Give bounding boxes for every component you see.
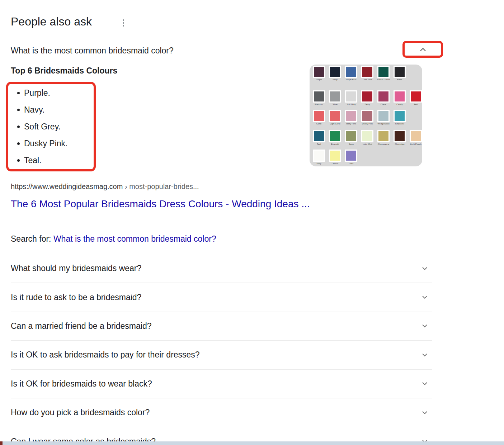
color-swatch-lemon: Lemon [329, 150, 341, 165]
swatch-label: Chocolate [395, 143, 404, 146]
chevron-down-icon[interactable] [420, 264, 429, 273]
chevron-down-icon[interactable] [420, 408, 429, 417]
color-swatch-black: Black [394, 66, 406, 81]
color-swatch-platinum: Platinum [313, 90, 325, 106]
color-swatch-berry: Berry [361, 90, 373, 106]
swatch-color-square [329, 66, 341, 78]
swatch-label: Teal [317, 143, 321, 146]
swatch-color-square [345, 66, 357, 78]
swatch-row: CoralLight CoralBaby PinkDusky PinkWedge… [313, 110, 406, 125]
kebab-dot [123, 19, 124, 21]
related-question-text: What should my bridesmaids wear? [11, 264, 141, 273]
related-questions-list: What should my bridesmaids wear? Is it r… [0, 254, 504, 445]
color-swatch-red: Red [410, 90, 422, 106]
related-question-row[interactable]: Is it OK to ask bridesmaids to pay for t… [11, 340, 432, 369]
color-swatch-royal-blue: Royal Blue [345, 66, 357, 81]
swatch-label: Baby Pink [346, 122, 356, 125]
result-title-link[interactable]: The 6 Most Popular Bridesmaids Dress Col… [11, 198, 310, 210]
breadcrumb-domain: https://www.weddingideasmag.com [11, 183, 123, 190]
color-swatch-claret: Claret [377, 90, 390, 106]
swatch-label: Claret [381, 103, 386, 106]
swatch-label: Candy [396, 103, 402, 106]
annotation-box-collapse-button [402, 41, 443, 58]
answer-list-item: Purple. [11, 85, 67, 101]
swatch-color-square [345, 90, 357, 103]
color-swatch-sage: Sage [345, 130, 357, 146]
swatch-label: Berry [365, 103, 370, 106]
swatch-label: Platinum [315, 103, 323, 106]
color-swatch-light-mint: Light Mint [361, 130, 373, 146]
swatch-label: Silver [332, 103, 338, 106]
bridesmaid-colors-thumbnail-image[interactable]: PurpleNavyRoyal BlueDark RedForest Green… [310, 65, 422, 166]
swatch-color-square [394, 110, 406, 122]
swatch-color-square [394, 66, 406, 78]
swatch-label: Sage [349, 143, 354, 146]
swatch-label: Wedgewood [377, 122, 389, 125]
color-swatch-silver: Silver [329, 90, 341, 106]
related-question-row[interactable]: Is it OK for bridesmaids to wear black? [11, 369, 432, 398]
swatch-label: Light Mint [363, 143, 372, 146]
color-swatch-purple: Purple [313, 66, 325, 81]
swatch-color-square [361, 90, 373, 103]
color-swatch-wedgewood: Wedgewood [377, 110, 390, 125]
breadcrumb[interactable]: https://www.weddingideasmag.com › most-p… [11, 183, 199, 191]
swatch-label: Dusky Pink [362, 122, 373, 125]
swatch-label: Soft Grey [347, 103, 355, 106]
chevron-down-icon[interactable] [420, 379, 429, 388]
search-for-label: Search for: [11, 234, 51, 243]
swatch-row: PlatinumSilverSoft GreyBerryClaretCandyR… [313, 90, 422, 106]
answer-list-item: Teal. [11, 152, 67, 169]
swatch-label: Ivory [316, 162, 321, 165]
color-swatch-ivory: Ivory [313, 150, 325, 165]
related-question-text: Is it OK to ask bridesmaids to pay for t… [11, 350, 200, 360]
swatch-label: Emerald [331, 143, 339, 146]
swatch-color-square [329, 130, 341, 142]
color-swatch-baby-pink: Baby Pink [345, 110, 357, 125]
search-for-link[interactable]: What is the most common bridesmaid color… [53, 234, 216, 243]
chevron-up-icon[interactable] [418, 44, 428, 55]
answer-bullet-list: Purple. Navy. Soft Grey. Dusky Pink. Tea… [11, 85, 67, 169]
swatch-color-square [345, 150, 357, 162]
swatch-color-square [313, 110, 325, 122]
color-swatch-coral: Coral [313, 110, 325, 125]
breadcrumb-separator: › [125, 183, 129, 190]
expanded-question-text[interactable]: What is the most common bridesmaid color… [11, 45, 174, 56]
kebab-menu-icon[interactable] [121, 18, 126, 28]
kebab-dot [123, 25, 124, 27]
chevron-down-icon[interactable] [420, 321, 429, 331]
swatch-label: Lilac [349, 162, 353, 165]
answer-heading: Top 6 Bridesmaids Colours [11, 66, 117, 76]
answer-list-item: Navy. [11, 101, 67, 118]
swatch-label: Navy [333, 78, 338, 81]
chevron-down-icon[interactable] [420, 293, 429, 302]
related-question-row[interactable]: Can a married friend be a bridesmaid? [11, 312, 432, 340]
swatch-color-square [361, 130, 373, 142]
breadcrumb-path: most-popular-brides... [129, 183, 199, 190]
swatch-label: Turquoise [395, 122, 404, 125]
kebab-dot [123, 22, 124, 24]
swatch-label: Lemon [332, 162, 338, 165]
related-question-row[interactable]: How do you pick a bridesmaids color? [11, 398, 432, 427]
swatch-label: Champagne [378, 143, 390, 146]
swatch-label: Black [397, 78, 402, 81]
color-swatch-teal: Teal [313, 130, 325, 146]
chevron-down-icon[interactable] [420, 350, 429, 360]
swatch-row: PurpleNavyRoyal BlueDark RedForest Green… [313, 66, 406, 81]
related-question-row[interactable]: Is it rude to ask to be a bridesmaid? [11, 283, 432, 311]
related-question-row[interactable]: What should my bridesmaids wear? [11, 254, 432, 283]
color-swatch-chocolate: Chocolate [394, 130, 406, 146]
swatch-color-square [345, 130, 357, 142]
swatch-label: Dark Red [363, 78, 372, 81]
color-swatch-forest-green: Forest Green [377, 66, 390, 81]
swatch-color-square [313, 150, 325, 162]
color-swatch-light-coral: Light Coral [329, 110, 341, 125]
swatch-color-square [329, 150, 341, 162]
swatch-color-square [377, 130, 390, 142]
swatch-color-square [313, 66, 325, 78]
related-question-text: Can a married friend be a bridesmaid? [11, 321, 151, 331]
swatch-color-square [410, 90, 422, 103]
swatch-color-square [329, 90, 341, 103]
swatch-color-square [361, 110, 373, 122]
swatch-label: Light Peach [410, 143, 421, 146]
color-swatch-dusky-pink: Dusky Pink [361, 110, 373, 125]
